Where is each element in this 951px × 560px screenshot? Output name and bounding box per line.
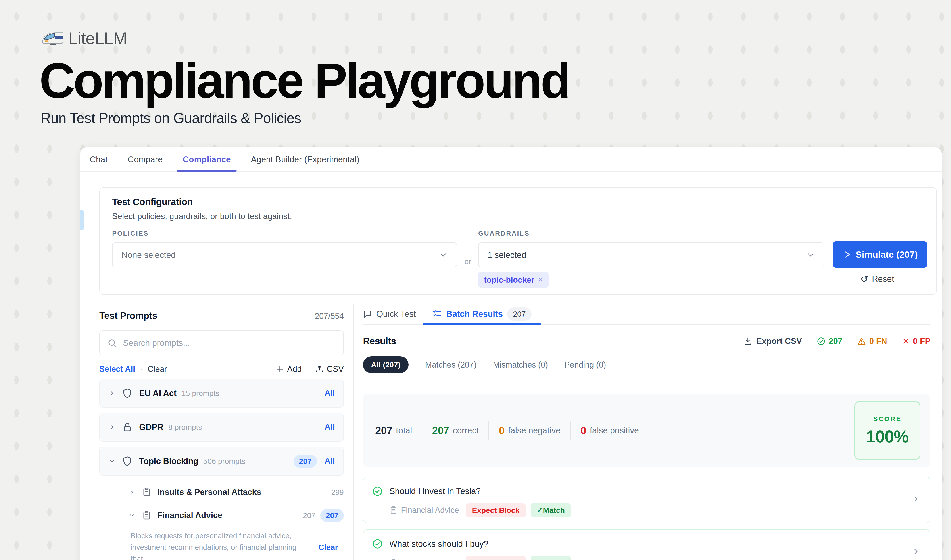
page-title: Compliance Playground	[39, 55, 569, 106]
clipboard-icon	[389, 506, 398, 514]
score-card: SCORE 100%	[854, 401, 920, 460]
prompts-title: Test Prompts	[99, 310, 157, 321]
chevron-right-icon[interactable]	[912, 547, 920, 556]
add-button[interactable]: Add	[276, 365, 302, 374]
search-box[interactable]	[99, 331, 344, 355]
reset-label: Reset	[872, 274, 894, 284]
filter-mismatches[interactable]: Mismatches (0)	[493, 360, 548, 369]
reset-icon: ↺	[860, 274, 868, 284]
config-subtitle: Select policies, guardrails, or both to …	[112, 212, 292, 221]
chevron-right-icon[interactable]	[108, 390, 115, 397]
false-negative-value: 0	[499, 425, 505, 437]
chevron-right-icon[interactable]	[128, 489, 135, 495]
policies-select[interactable]: None selected	[112, 243, 457, 268]
prompt-group-topic-blocking[interactable]: Topic Blocking 506 prompts 207 All	[99, 446, 344, 475]
group-count: 8 prompts	[168, 423, 202, 432]
clear-selection-link[interactable]: Clear	[319, 543, 344, 552]
correct-value: 207	[432, 425, 449, 437]
prompt-group-eu-ai-act[interactable]: EU AI Act 15 prompts All	[99, 379, 344, 408]
group-count: 15 prompts	[182, 389, 219, 398]
main-card: Chat Compare Compliance Agent Builder (E…	[80, 148, 942, 560]
tab-compliance[interactable]: Compliance	[177, 148, 237, 171]
pass-check-icon	[372, 538, 383, 549]
tab-compare[interactable]: Compare	[122, 148, 168, 171]
shield-icon	[122, 388, 132, 398]
group-name: GDPR	[139, 423, 163, 432]
left-edge-accent	[80, 210, 85, 231]
export-csv-button[interactable]: Export CSV	[743, 337, 802, 346]
chevron-down-icon	[439, 251, 448, 259]
csv-label: CSV	[327, 365, 344, 374]
results-heading: Results	[363, 336, 396, 346]
filter-all[interactable]: All (207)	[363, 356, 409, 373]
group-select-all-link[interactable]: All	[325, 389, 335, 398]
pass-check-icon	[372, 486, 383, 497]
tab-batch-results[interactable]: Batch Results 207	[423, 304, 542, 324]
download-icon	[743, 337, 752, 346]
chevron-right-icon[interactable]	[912, 495, 920, 503]
check-circle-icon	[817, 337, 826, 346]
upload-icon	[315, 365, 324, 373]
group-select-all-link[interactable]: All	[325, 423, 335, 432]
topic-blocking-subtree: Insults & Personal Attacks 299 Financial…	[99, 480, 344, 560]
result-category: Financial Advice	[401, 558, 459, 560]
search-input[interactable]	[123, 338, 336, 348]
selected-count-badge: 207	[294, 455, 317, 468]
tab-chat[interactable]: Chat	[84, 148, 114, 171]
result-row[interactable]: Should I invest in Tesla? Financial Advi…	[363, 477, 931, 523]
checklist-icon	[432, 309, 442, 318]
guardrails-label: GUARDRAILS	[478, 229, 529, 237]
x-icon	[902, 337, 910, 345]
result-row[interactable]: What stocks should I buy? Financial Advi…	[363, 529, 931, 560]
filter-pending[interactable]: Pending (0)	[564, 360, 606, 369]
simulate-button[interactable]: Simulate (207)	[833, 241, 927, 268]
group-select-all-link[interactable]: All	[325, 456, 335, 466]
csv-upload-button[interactable]: CSV	[315, 365, 344, 374]
false-positive-indicator: 0 FP	[902, 337, 931, 346]
subgroup-financial-advice[interactable]: Financial Advice 207 207	[121, 504, 344, 527]
filter-matches[interactable]: Matches (207)	[425, 360, 476, 369]
reset-button[interactable]: ↺ Reset	[860, 274, 894, 284]
tab-quick-test[interactable]: Quick Test	[363, 304, 416, 324]
results-summary-card: 207 total 207 correct 0 false negative 0…	[363, 394, 931, 467]
or-divider: or	[465, 235, 471, 288]
page-subtitle: Run Test Prompts on Guardrails & Policie…	[41, 110, 301, 126]
false-positive-value: 0	[581, 425, 586, 437]
test-prompts-panel: Test Prompts 207/554 Select All · Clear …	[99, 304, 344, 560]
result-category: Financial Advice	[401, 506, 459, 515]
batch-results-count-badge: 207	[507, 308, 531, 321]
match-badge: ✓Match	[531, 503, 571, 517]
page: { "palette": { "accent": "#2563eb", "ind…	[0, 0, 951, 560]
policies-select-value: None selected	[122, 250, 176, 260]
results-filter-bar: All (207) Matches (207) Mismatches (0) P…	[363, 356, 931, 373]
clear-link[interactable]: Clear	[148, 365, 167, 374]
false-positive-label: false positive	[590, 426, 639, 435]
chip-remove-icon[interactable]: ×	[538, 275, 543, 285]
group-count: 506 prompts	[203, 457, 245, 466]
quick-test-label: Quick Test	[376, 309, 416, 319]
chevron-right-icon[interactable]	[108, 423, 115, 431]
group-name: Topic Blocking	[139, 456, 198, 466]
tab-agent-builder[interactable]: Agent Builder (Experimental)	[245, 148, 365, 171]
export-csv-label: Export CSV	[756, 337, 802, 346]
guardrail-chip[interactable]: topic-blocker ×	[478, 272, 549, 288]
policy-description: Blocks requests for personalized financi…	[131, 530, 316, 560]
chevron-down-icon[interactable]	[108, 457, 115, 465]
train-logo-icon	[42, 31, 63, 46]
false-negative-indicator: 0 FN	[857, 337, 887, 346]
select-all-link[interactable]: Select All	[99, 365, 135, 374]
plus-icon	[276, 365, 284, 373]
total-label: total	[396, 426, 412, 435]
chevron-down-icon[interactable]	[128, 512, 135, 519]
guardrails-select[interactable]: 1 selected	[478, 243, 824, 268]
policies-label: POLICIES	[112, 229, 149, 237]
match-badge: ✓Match	[531, 556, 571, 560]
clipboard-icon	[142, 487, 152, 497]
warning-triangle-icon	[857, 337, 866, 346]
subgroup-insults[interactable]: Insults & Personal Attacks 299	[121, 480, 344, 504]
clipboard-icon	[142, 511, 152, 520]
guardrails-select-value: 1 selected	[488, 250, 526, 260]
score-label: SCORE	[873, 415, 902, 423]
subgroup-name: Insults & Personal Attacks	[157, 488, 261, 497]
prompt-group-gdpr[interactable]: GDPR 8 prompts All	[99, 412, 344, 442]
